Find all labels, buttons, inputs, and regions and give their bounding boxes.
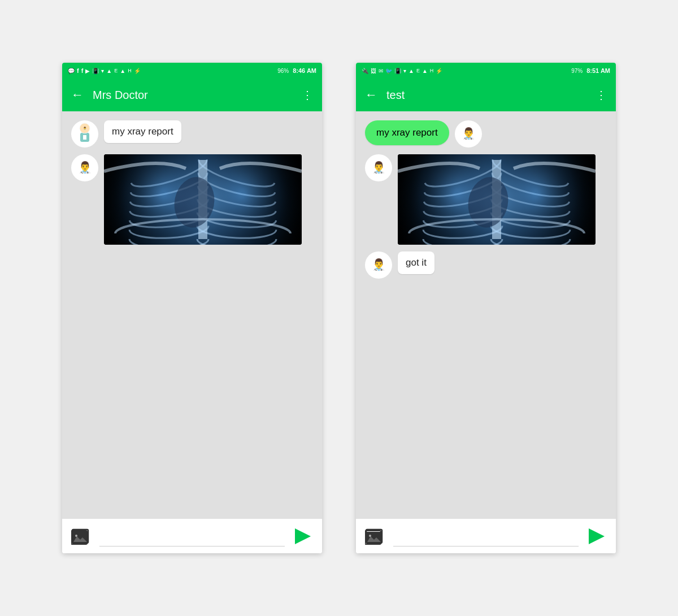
message-row-3-right: 👨‍⚕️ got it	[365, 251, 607, 279]
status-icons-left: 💬 f f ▶ 📳 ▾ ▲ E ▲ H ⚡	[68, 67, 275, 74]
gallery-button-left[interactable]	[69, 524, 94, 549]
batt-icon-left: ⚡	[134, 68, 141, 74]
usb-icon: 🔌	[362, 68, 368, 74]
message-row-1-right: 👨‍⚕️ my xray report	[365, 120, 607, 148]
message-bubble-3-right: got it	[398, 251, 434, 274]
chat-area-left: 👨‍⚕️ my xray report 👨‍⚕️	[62, 111, 322, 518]
send-icon-left	[295, 528, 311, 544]
e2-icon: E	[416, 68, 420, 73]
svg-rect-3	[83, 135, 86, 140]
send-button-left[interactable]	[290, 524, 315, 549]
msg-icon: 💬	[68, 68, 75, 74]
sig1-icon: ▲	[106, 68, 112, 74]
doctor-avatar-svg-r2: 👨‍⚕️	[366, 155, 391, 180]
doctor-avatar-svg-r1: 👨‍⚕️	[456, 122, 481, 146]
back-button-left[interactable]: ←	[71, 88, 84, 102]
battery-left: 96%	[277, 68, 289, 74]
xray-canvas-left	[104, 154, 302, 245]
phones-container: 💬 f f ▶ 📳 ▾ ▲ E ▲ H ⚡ 96% 8:46 AM ← Mrs …	[62, 29, 616, 587]
vib2-icon: 📳	[394, 68, 401, 74]
message-input-left[interactable]	[99, 526, 285, 546]
battery-right: 97%	[571, 68, 583, 74]
input-bar-left	[62, 518, 322, 553]
app-bar-left: ← Mrs Doctor ⋮	[62, 79, 322, 111]
menu-button-right[interactable]: ⋮	[596, 88, 607, 102]
avatar-right-1: 👨‍⚕️	[455, 120, 482, 148]
yt-icon: ▶	[85, 68, 90, 74]
wifi-icon: ▾	[101, 68, 104, 74]
h-icon: H	[128, 68, 132, 73]
doctor-avatar-svg-1: 👨‍⚕️	[72, 122, 97, 146]
svg-text:👨‍⚕️: 👨‍⚕️	[461, 127, 475, 140]
message-text-1-right: my xray report	[376, 127, 438, 138]
app-title-right: test	[386, 89, 586, 102]
img-icon: 🖼	[371, 68, 376, 74]
phone-right: 🔌 🖼 ✉ 🐦 📳 ▾ ▲ E ▲ H ⚡ 97% 8:51 AM ← test…	[356, 63, 616, 553]
send-button-right[interactable]	[584, 524, 609, 549]
xray-image-right[interactable]	[398, 154, 596, 245]
message-row-1: 👨‍⚕️ my xray report	[71, 120, 313, 148]
avatar-right-3: 👨‍⚕️	[365, 251, 392, 279]
message-input-right[interactable]	[393, 526, 579, 546]
avatar-left-1: 👨‍⚕️	[71, 120, 98, 148]
status-icons-right: 🔌 🖼 ✉ 🐦 📳 ▾ ▲ E ▲ H ⚡	[362, 68, 568, 74]
input-bar-right	[356, 518, 616, 553]
h2-icon: H	[430, 68, 434, 73]
message-bubble-1-right: my xray report	[365, 120, 449, 145]
mail-icon: ✉	[379, 68, 383, 74]
message-row-2-left: 👨‍⚕️	[71, 154, 313, 245]
doctor-avatar-svg-2: 👨‍⚕️	[72, 155, 97, 180]
svg-text:👨‍⚕️: 👨‍⚕️	[372, 258, 386, 271]
app-title-left: Mrs Doctor	[93, 89, 293, 102]
doctor-avatar-svg-r3: 👨‍⚕️	[366, 253, 391, 277]
gallery-icon-left	[71, 526, 92, 546]
app-bar-right: ← test ⋮	[356, 79, 616, 111]
bird-icon: 🐦	[385, 68, 392, 74]
sig2-icon: ▲	[120, 68, 125, 74]
status-right-left: 96% 8:46 AM	[277, 67, 316, 74]
wifi2-icon: ▾	[403, 68, 406, 74]
time-left: 8:46 AM	[293, 67, 316, 74]
svg-text:👨‍⚕️: 👨‍⚕️	[372, 160, 386, 174]
back-button-right[interactable]: ←	[365, 88, 377, 102]
sig4-icon: ▲	[422, 68, 428, 74]
fb1-icon: f	[77, 67, 79, 74]
sig3-icon: ▲	[408, 68, 414, 74]
avatar-right-2: 👨‍⚕️	[365, 154, 392, 181]
send-icon-right	[589, 528, 605, 544]
fb2-icon: f	[81, 67, 84, 74]
gallery-button-right[interactable]	[363, 524, 388, 549]
message-text-3-right: got it	[406, 257, 427, 268]
svg-point-13	[75, 535, 77, 537]
chat-area-right: 👨‍⚕️ my xray report 👨‍⚕️	[356, 111, 616, 518]
xray-image-left[interactable]	[104, 154, 302, 245]
svg-text:👨‍⚕️: 👨‍⚕️	[78, 160, 92, 174]
svg-point-24	[369, 535, 371, 537]
message-bubble-1-left: my xray report	[104, 120, 181, 143]
xray-canvas-right	[398, 154, 596, 245]
e-icon: E	[114, 68, 118, 73]
status-right-right: 97% 8:51 AM	[571, 67, 610, 74]
phone-left: 💬 f f ▶ 📳 ▾ ▲ E ▲ H ⚡ 96% 8:46 AM ← Mrs …	[62, 63, 322, 553]
status-bar-right: 🔌 🖼 ✉ 🐦 📳 ▾ ▲ E ▲ H ⚡ 97% 8:51 AM	[356, 63, 616, 79]
svg-text:👨‍⚕️: 👨‍⚕️	[83, 127, 87, 131]
message-row-2-right: 👨‍⚕️	[365, 154, 607, 245]
avatar-left-2: 👨‍⚕️	[71, 154, 98, 181]
vib-icon: 📳	[92, 68, 99, 74]
batt-icon-right: ⚡	[436, 68, 442, 74]
menu-button-left[interactable]: ⋮	[302, 88, 313, 102]
message-text-1-left: my xray report	[112, 126, 173, 137]
gallery-icon-right	[365, 526, 385, 546]
status-bar-left: 💬 f f ▶ 📳 ▾ ▲ E ▲ H ⚡ 96% 8:46 AM	[62, 63, 322, 79]
time-right: 8:51 AM	[586, 67, 610, 74]
